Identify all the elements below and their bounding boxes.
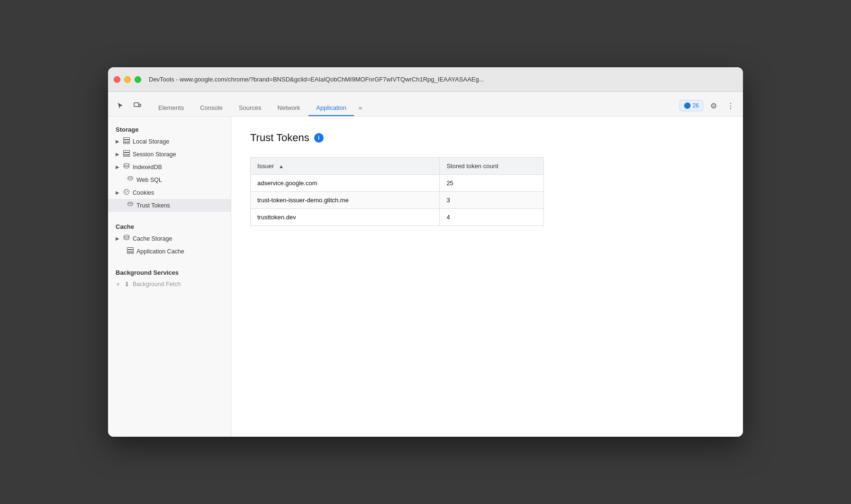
svg-point-11 bbox=[128, 177, 133, 179]
col-header-issuer[interactable]: Issuer ▲ bbox=[251, 158, 440, 175]
traffic-lights bbox=[114, 76, 141, 83]
cookies-icon bbox=[123, 189, 130, 197]
tab-bar: Elements Console Sources Network Applica… bbox=[108, 92, 743, 117]
svg-point-16 bbox=[128, 202, 133, 204]
svg-point-15 bbox=[126, 192, 127, 193]
tab-more-button[interactable]: » bbox=[355, 100, 366, 116]
sidebar-item-indexeddb[interactable]: ▶ IndexedDB bbox=[108, 161, 231, 173]
cookies-label: Cookies bbox=[133, 189, 154, 196]
tab-network[interactable]: Network bbox=[270, 100, 308, 116]
svg-rect-3 bbox=[124, 140, 130, 142]
indexeddb-icon bbox=[123, 163, 130, 171]
svg-rect-4 bbox=[124, 143, 127, 144]
breakpoint-icon: 🔵 bbox=[684, 102, 691, 109]
trust-tokens-label: Trust Tokens bbox=[136, 202, 170, 209]
svg-rect-7 bbox=[124, 153, 130, 155]
svg-rect-0 bbox=[134, 103, 139, 107]
cell-count: 4 bbox=[440, 209, 544, 226]
sidebar-item-cache-storage[interactable]: ▶ Cache Storage bbox=[108, 232, 231, 245]
bg-fetch-label: Background Fetch bbox=[133, 281, 181, 288]
sidebar-item-cookies[interactable]: ▶ Cookies bbox=[108, 186, 231, 199]
arrow-icon: ▼ bbox=[116, 282, 120, 287]
sidebar-item-local-storage[interactable]: ▶ Local Storage bbox=[108, 135, 231, 148]
web-sql-icon bbox=[127, 176, 134, 184]
svg-point-13 bbox=[125, 190, 126, 191]
arrow-icon: ▶ bbox=[116, 139, 119, 144]
sidebar-item-application-cache[interactable]: Application Cache bbox=[108, 245, 231, 258]
svg-rect-9 bbox=[127, 155, 130, 157]
svg-rect-19 bbox=[127, 250, 134, 252]
table-row[interactable]: trust-token-issuer-demo.glitch.me3 bbox=[251, 192, 544, 209]
window-title: DevTools - www.google.com/chrome/?brand=… bbox=[149, 76, 737, 83]
tab-console[interactable]: Console bbox=[192, 100, 230, 116]
svg-rect-21 bbox=[131, 252, 134, 254]
tab-elements[interactable]: Elements bbox=[151, 100, 191, 116]
svg-point-14 bbox=[127, 191, 128, 192]
devtools-window: DevTools - www.google.com/chrome/?brand=… bbox=[108, 67, 743, 437]
col-header-count[interactable]: Stored token count bbox=[440, 158, 544, 175]
svg-point-17 bbox=[124, 235, 129, 237]
svg-point-10 bbox=[124, 163, 129, 165]
arrow-icon: ▶ bbox=[116, 236, 119, 241]
svg-rect-8 bbox=[124, 155, 127, 157]
storage-section-title: Storage bbox=[108, 122, 231, 135]
sidebar-item-session-storage[interactable]: ▶ Session Storage bbox=[108, 148, 231, 161]
page-title-row: Trust Tokens i bbox=[250, 132, 724, 144]
svg-rect-1 bbox=[139, 104, 141, 107]
local-storage-label: Local Storage bbox=[133, 138, 169, 145]
cache-section-title: Cache bbox=[108, 219, 231, 232]
sort-arrow-icon: ▲ bbox=[279, 163, 284, 169]
tab-bar-right: 🔵 26 ⚙ ⋮ bbox=[679, 99, 737, 116]
cell-issuer: adservice.google.com bbox=[251, 175, 440, 192]
main-content: Storage ▶ Local Storage ▶ bbox=[108, 117, 743, 437]
trust-tokens-icon bbox=[127, 201, 134, 209]
sidebar-item-web-sql[interactable]: Web SQL bbox=[108, 173, 231, 186]
settings-button[interactable]: ⚙ bbox=[707, 99, 720, 112]
svg-point-12 bbox=[124, 189, 129, 195]
local-storage-icon bbox=[123, 137, 130, 145]
title-bar: DevTools - www.google.com/chrome/?brand=… bbox=[108, 67, 743, 92]
page-title: Trust Tokens bbox=[250, 132, 309, 144]
sidebar-item-trust-tokens[interactable]: Trust Tokens bbox=[108, 199, 231, 212]
table-row[interactable]: trusttoken.dev4 bbox=[251, 209, 544, 226]
arrow-icon: ▶ bbox=[116, 152, 119, 157]
tab-sources[interactable]: Sources bbox=[231, 100, 269, 116]
device-toggle-icon[interactable] bbox=[131, 99, 144, 112]
close-button[interactable] bbox=[114, 76, 120, 83]
cache-storage-label: Cache Storage bbox=[133, 235, 172, 242]
badge-count: 26 bbox=[693, 102, 699, 109]
cache-divider bbox=[108, 212, 231, 219]
session-storage-icon bbox=[123, 150, 130, 158]
trust-tokens-table: Issuer ▲ Stored token count adservice.go… bbox=[250, 157, 544, 226]
bg-services-divider bbox=[108, 258, 231, 265]
svg-rect-5 bbox=[127, 143, 130, 144]
web-sql-label: Web SQL bbox=[136, 177, 162, 183]
bg-fetch-icon: ⬇ bbox=[124, 280, 130, 288]
session-storage-label: Session Storage bbox=[133, 151, 176, 158]
tab-application[interactable]: Application bbox=[308, 100, 354, 116]
maximize-button[interactable] bbox=[135, 76, 141, 83]
sidebar-item-background-fetch[interactable]: ▼ ⬇ Background Fetch bbox=[108, 278, 231, 290]
cell-count: 25 bbox=[440, 175, 544, 192]
app-cache-label: Application Cache bbox=[136, 248, 184, 255]
cell-issuer: trust-token-issuer-demo.glitch.me bbox=[251, 192, 440, 209]
arrow-icon: ▶ bbox=[116, 190, 119, 195]
sidebar: Storage ▶ Local Storage ▶ bbox=[108, 117, 231, 437]
info-icon[interactable]: i bbox=[314, 133, 324, 143]
indexeddb-label: IndexedDB bbox=[133, 164, 162, 171]
minimize-button[interactable] bbox=[124, 76, 131, 83]
svg-rect-2 bbox=[124, 138, 130, 140]
bg-services-section-title: Background Services bbox=[108, 265, 231, 278]
breakpoints-badge[interactable]: 🔵 26 bbox=[679, 100, 703, 111]
svg-rect-6 bbox=[124, 151, 130, 153]
svg-rect-18 bbox=[127, 248, 134, 250]
arrow-icon: ▶ bbox=[116, 164, 119, 170]
devtools-tools bbox=[114, 99, 144, 116]
cache-storage-icon bbox=[123, 234, 130, 243]
svg-rect-20 bbox=[127, 252, 130, 254]
cursor-tool-icon[interactable] bbox=[114, 99, 127, 112]
table-row[interactable]: adservice.google.com25 bbox=[251, 175, 544, 192]
content-panel: Trust Tokens i Issuer ▲ Stored token cou… bbox=[231, 117, 743, 437]
more-options-button[interactable]: ⋮ bbox=[724, 99, 737, 112]
cell-count: 3 bbox=[440, 192, 544, 209]
